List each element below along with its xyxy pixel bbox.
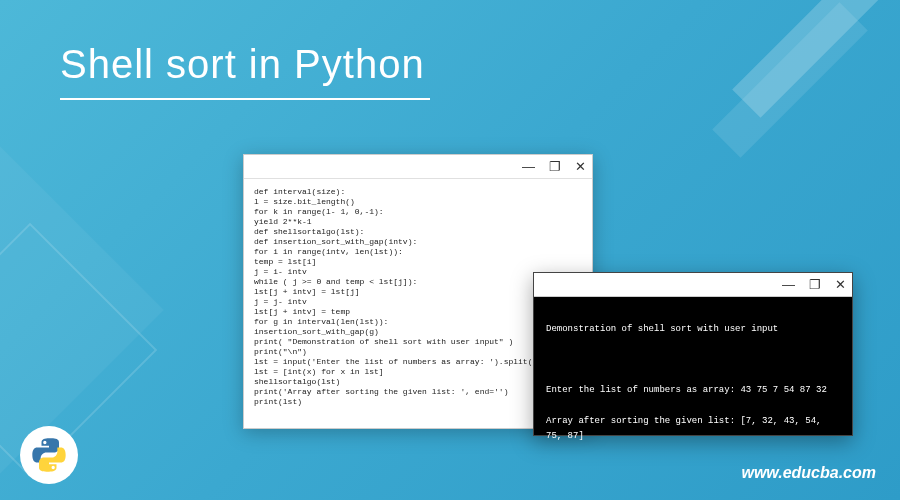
close-icon[interactable]: ✕: [575, 160, 586, 173]
window-titlebar: — ❐ ✕: [534, 273, 852, 297]
window-titlebar: — ❐ ✕: [244, 155, 592, 179]
maximize-icon[interactable]: ❐: [809, 278, 821, 291]
minimize-icon[interactable]: —: [782, 278, 795, 291]
title-underline: [60, 98, 430, 100]
close-icon[interactable]: ✕: [835, 278, 846, 291]
terminal-window: — ❐ ✕ Demonstration of shell sort with u…: [533, 272, 853, 436]
website-url: www.educba.com: [741, 464, 876, 482]
python-logo: [20, 426, 78, 484]
bg-chevron-stripes: [700, 0, 900, 200]
terminal-content: Demonstration of shell sort with user in…: [534, 297, 852, 485]
maximize-icon[interactable]: ❐: [549, 160, 561, 173]
minimize-icon[interactable]: —: [522, 160, 535, 173]
terminal-line: Demonstration of shell sort with user in…: [546, 322, 840, 337]
terminal-line: Enter the list of numbers as array: 43 7…: [546, 383, 840, 398]
terminal-line: Array after sorting the given list: [7, …: [546, 414, 840, 445]
python-logo-icon: [29, 435, 69, 475]
page-title: Shell sort in Python: [60, 42, 425, 87]
